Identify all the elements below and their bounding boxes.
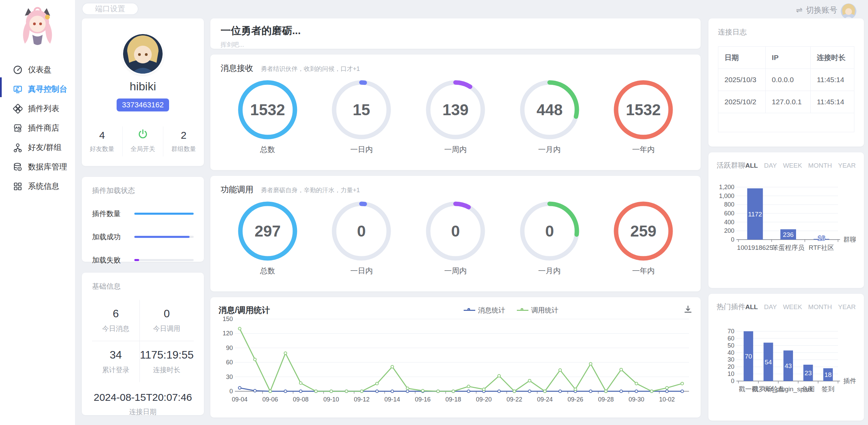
sidebar-item-1[interactable]: 仪表盘 [0,60,75,79]
svg-text:0: 0 [451,222,460,240]
stat-label: 群组数量 [163,145,204,153]
function-call-card: 功能调用 勇者磨砺自身，辛勤的汗水，力量+1 297总数0一日内0一周内0一月内… [210,176,701,291]
sidebar-item-3[interactable]: 插件列表 [0,99,75,118]
gauge-ring: 0 [331,201,391,261]
sidebar-item-4[interactable]: 插件商店 [0,118,75,138]
svg-text:0: 0 [545,222,554,240]
svg-text:09-06: 09-06 [262,396,278,403]
sidebar-item-5[interactable]: 好友/群组 [0,138,75,157]
svg-text:笨蛋程序员: 笨蛋程序员 [772,244,805,251]
svg-text:0: 0 [731,378,734,384]
download-icon[interactable] [681,305,692,315]
sidebar-item-7[interactable]: 系统信息 [0,177,75,196]
profile-stat[interactable]: 全局开关 [122,126,163,156]
svg-text:448: 448 [536,101,563,119]
svg-text:15: 15 [353,101,370,119]
legend-dot [521,308,523,311]
basic-info-cell: 6今日消息 [92,300,140,341]
plugin-list-icon [13,104,23,113]
sidebar-item-2[interactable]: 真寻控制台 [0,79,75,99]
tab-year[interactable]: YEAR [838,162,856,169]
avatar-image [123,34,163,74]
legend-item-消息统计[interactable]: 消息统计 [464,306,505,315]
gauge-总数: 1532总数 [221,80,315,155]
tab-all[interactable]: ALL [745,303,758,311]
card-title: 基础信息 [92,282,194,291]
console-icon [13,85,23,94]
progress-fill [134,236,190,238]
svg-text:200: 200 [724,227,734,234]
tab-week[interactable]: WEEK [783,162,802,169]
svg-text:139: 139 [443,101,469,119]
line-chart: 030609012015009-0409-0609-0809-1009-1209… [219,316,692,408]
basic-info-value: 1175:19:55 [140,349,194,361]
card-title: 消息/调用统计 [219,305,341,316]
progress-fill [134,213,194,215]
gauge-总数: 297总数 [221,201,315,276]
progress-fill [134,259,139,261]
svg-text:259: 259 [630,222,657,240]
connect-log-table: 日期IP连接时长 2025/10/30.0.0.011:45:142025/10… [718,47,854,113]
system-info-icon [13,182,23,191]
svg-text:插件: 插件 [843,377,856,384]
sidebar: 仪表盘真寻控制台插件列表插件商店好友/群组数据库管理系统信息 [0,0,75,425]
logo-image [12,5,63,50]
active-groups-chart: 02004006008001,0001,200群聊117210019186252… [717,170,856,261]
card-title: 功能调用 [221,184,253,195]
hero-title: 一位勇者的磨砺... [221,24,690,38]
svg-text:297: 297 [254,222,281,240]
hot-plugins-card: 热门插件 ALLDAYWEEKMONTHYEAR 010203040506070… [708,294,864,421]
svg-text:09-22: 09-22 [507,396,522,403]
gauge-ring: 139 [425,80,485,140]
legend-item-调用统计[interactable]: 调用统计 [517,306,558,315]
gauge-一年内: 1532一年内 [596,80,690,155]
tab-month[interactable]: MONTH [808,303,832,311]
gauge-label: 总数 [221,266,315,276]
card-title: 连接日志 [718,27,854,37]
tab-week[interactable]: WEEK [783,303,802,311]
sidebar-item-label: 系统信息 [28,181,59,192]
tab-year[interactable]: YEAR [838,303,856,311]
gauge-ring: 0 [425,201,485,261]
tab-month[interactable]: MONTH [808,162,832,169]
tab-all[interactable]: ALL [745,162,758,169]
connect-date-label: 连接日期 [92,407,194,416]
basic-info-label: 今日消息 [92,324,139,333]
svg-text:群聊: 群聊 [843,236,856,243]
basic-info-label: 连接时长 [140,365,194,375]
sidebar-item-label: 插件商店 [28,123,59,133]
profile-avatar[interactable] [123,34,163,74]
svg-text:16: 16 [818,234,825,242]
plugin-load-row: 加载失败 [92,255,194,265]
gauge-一周内: 139一周内 [408,80,503,155]
card-title: 热门插件 [717,302,745,312]
plugin-load-row: 插件数量 [92,209,194,218]
svg-text:60: 60 [226,359,233,366]
sidebar-item-6[interactable]: 数据库管理 [0,157,75,177]
connect-date-value: 2024-08-15T20:07:46 [92,392,194,403]
table-cell: 11:45:14 [811,91,854,113]
sidebar-item-label: 数据库管理 [28,162,67,172]
tab-day[interactable]: DAY [764,303,777,311]
plugin-load-label: 加载成功 [92,232,134,242]
table-cell: 2025/10/3 [718,69,765,91]
gauge-label: 一月内 [503,266,597,276]
gauge-label: 一月内 [503,145,597,155]
profile-card: hibiki 3373463162 4好友数量全局开关2群组数量 [82,18,204,166]
sidebar-item-label: 仪表盘 [28,64,51,75]
connect-log-card: 连接日志 日期IP连接时长 2025/10/30.0.0.011:45:1420… [708,18,864,147]
gauge-一月内: 0一月内 [503,201,597,276]
svg-text:800: 800 [724,201,734,208]
gauge-label: 总数 [221,145,315,155]
table-cell: 127.0.0.1 [765,91,810,113]
svg-text:30: 30 [226,374,233,380]
message-received-card: 消息接收 勇者结识伙伴，收到的问候，口才+1 1532总数15一日内139一周内… [210,55,701,170]
power-icon[interactable] [123,128,163,142]
gauge-label: 一日内 [315,266,409,276]
basic-info-card: 基础信息 6今日消息0今日调用34累计登录1175:19:55连接时长 2024… [82,273,204,415]
svg-text:20: 20 [728,363,734,370]
gauge-ring: 448 [520,80,580,140]
tab-day[interactable]: DAY [764,162,777,169]
legend-label: 消息统计 [478,306,505,315]
sidebar-item-label: 插件列表 [28,103,59,114]
